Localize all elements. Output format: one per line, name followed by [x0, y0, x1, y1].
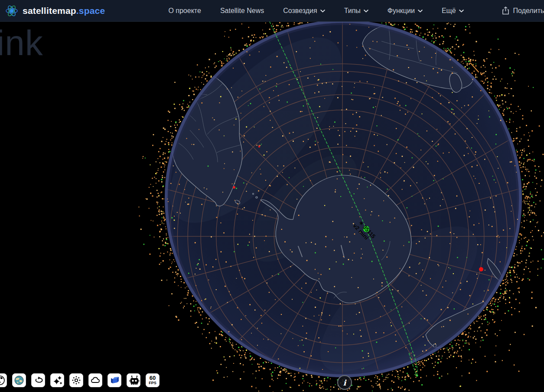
- nav-label: Ещё: [442, 7, 456, 15]
- sparkles-icon: [52, 375, 63, 386]
- nav-menu: О проекте Satellite News Созвездия Типы …: [168, 7, 544, 15]
- brand-tld: .space: [76, 6, 105, 16]
- basemap-bw-button[interactable]: [0, 373, 7, 387]
- cube-3d-icon: [108, 374, 121, 386]
- fps-button[interactable]: 60 FPS: [146, 373, 160, 387]
- nav-item-types[interactable]: Типы: [344, 7, 368, 15]
- chevron-down-icon: [459, 10, 464, 13]
- info-button[interactable]: i: [337, 375, 352, 390]
- fps-value: 60: [150, 375, 156, 381]
- chevron-down-icon: [320, 10, 325, 13]
- sun-toggle-button[interactable]: [69, 373, 83, 387]
- watermark-text: ink: [0, 23, 43, 63]
- fps-icon: 60 FPS: [146, 374, 159, 386]
- nav-label: О проекте: [168, 7, 201, 15]
- fps-unit: FPS: [149, 381, 156, 385]
- stars-toggle-button[interactable]: [50, 373, 64, 387]
- basemap-color-button[interactable]: [12, 373, 26, 387]
- map-toolbar: 60 FPS: [0, 373, 160, 387]
- island-group: [475, 46, 486, 57]
- globe-bw-icon: [0, 375, 5, 385]
- island: [253, 193, 254, 195]
- 3d-view-button[interactable]: [107, 373, 121, 387]
- globe-canvas[interactable]: ✶ 35115 v2 mini: [0, 0, 544, 392]
- nav-label: Функции: [388, 7, 415, 15]
- rotate-icon: [33, 375, 44, 386]
- nav-item-about[interactable]: О проекте: [168, 7, 201, 15]
- navbar: satellitemap.space О проекте Satellite N…: [0, 0, 544, 22]
- nav-item-more[interactable]: Ещё: [442, 7, 464, 15]
- share-icon: [502, 7, 509, 15]
- island: [256, 196, 257, 198]
- sun-icon: [71, 375, 81, 385]
- satellite-dot-red-small[interactable]: [258, 146, 261, 148]
- nav-label: Типы: [344, 7, 361, 15]
- nav-item-satellite-news[interactable]: Satellite News: [220, 7, 264, 15]
- robot-icon: [127, 374, 140, 386]
- nav-item-share[interactable]: Поделиться: [502, 7, 544, 15]
- rotation-toggle-button[interactable]: [31, 373, 45, 387]
- nav-label: Satellite News: [220, 7, 264, 15]
- earth-icon: [14, 375, 24, 385]
- nav-label: Поделиться: [513, 7, 544, 15]
- clouds-toggle-button[interactable]: [88, 373, 102, 387]
- nav-item-functions[interactable]: Функции: [388, 7, 423, 15]
- brand[interactable]: satellitemap.space: [5, 4, 105, 17]
- chevron-down-icon: [418, 10, 423, 13]
- satellite-dot-red-medium[interactable]: [233, 186, 235, 189]
- app-root: ✶ 35115 v2 mini ink satellitemap.space О…: [0, 0, 544, 392]
- robot-button[interactable]: [127, 373, 140, 387]
- nav-label: Созвездия: [283, 7, 317, 15]
- brand-logo-atom-icon: [5, 4, 18, 17]
- nav-item-constellations[interactable]: Созвездия: [283, 7, 325, 15]
- satellite-dot-red-large[interactable]: [479, 267, 483, 271]
- brand-name: satellitemap.space: [23, 6, 105, 16]
- chevron-down-icon: [364, 10, 368, 13]
- cloud-icon: [90, 375, 101, 385]
